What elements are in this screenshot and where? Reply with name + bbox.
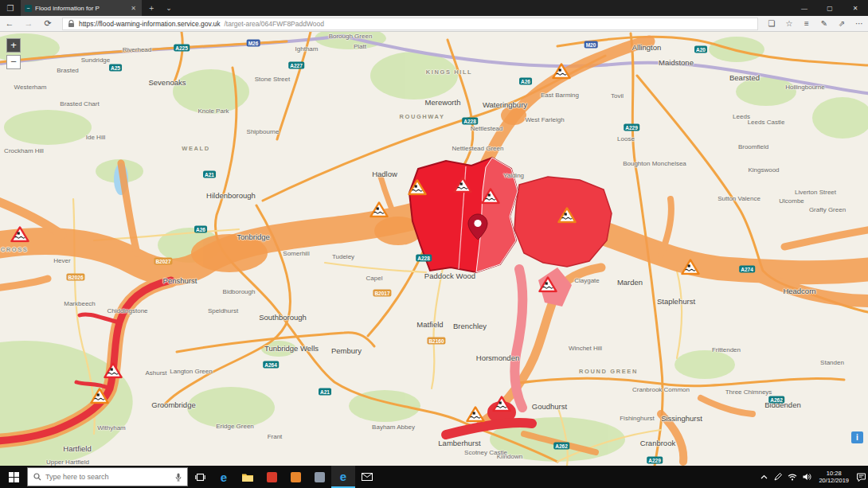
window-maximize-button[interactable]: ▢ (817, 0, 843, 16)
tab-favicon-icon: ~ (25, 5, 32, 12)
microphone-icon[interactable] (175, 473, 182, 482)
navigation-bar: ← → ⟳ https://flood-warning-information.… (0, 16, 868, 32)
volume-icon[interactable] (800, 473, 814, 481)
clock-date: 20/12/2019 (819, 477, 849, 484)
pinned-app-orange-icon[interactable] (283, 466, 307, 488)
set-tabs-aside-icon[interactable]: ❐ (0, 0, 21, 16)
selected-area-marker-pin[interactable] (467, 213, 488, 240)
start-button[interactable] (0, 466, 27, 488)
map-attribution-button[interactable]: i (851, 431, 863, 443)
flood-warning-icon[interactable] (492, 395, 511, 412)
windows-logo-icon (9, 472, 19, 482)
tab-bar: ❐ ~ Flood information for P ✕ ＋ ⌄ — ▢ ✕ (0, 0, 868, 16)
taskbar-search-box[interactable] (27, 467, 188, 486)
zoom-out-button[interactable]: − (6, 55, 21, 69)
more-options-icon[interactable]: ⋯ (850, 19, 868, 28)
favorites-star-icon[interactable]: ☆ (780, 19, 798, 28)
task-view-button[interactable] (188, 466, 212, 488)
flood-alert-icon[interactable] (557, 206, 577, 223)
lock-icon (68, 20, 75, 28)
flood-alert-icon[interactable] (408, 178, 427, 195)
taskbar-clock[interactable]: 10:28 20/12/2019 (814, 470, 854, 485)
zoom-in-button[interactable]: + (6, 38, 21, 53)
window-close-button[interactable]: ✕ (843, 0, 868, 16)
flood-alert-icon[interactable] (369, 201, 389, 217)
mail-app-icon[interactable] (355, 466, 379, 488)
task-view-icon (195, 472, 205, 482)
flood-alert-icon[interactable] (90, 387, 109, 404)
search-input[interactable] (45, 473, 171, 481)
url-path: /target-area/064FWF8PaddWood (224, 20, 324, 28)
browser-tab[interactable]: ~ Flood information for P ✕ (21, 0, 142, 16)
network-icon[interactable] (785, 474, 800, 481)
reading-view-icon[interactable]: ❏ (763, 19, 780, 28)
show-hidden-icons-chevron[interactable] (757, 474, 771, 479)
flood-alert-icon[interactable] (681, 258, 700, 275)
flood-map[interactable]: SevenoaksMaidstoneTonbridgeTunbridge Wel… (0, 32, 868, 466)
search-icon (33, 473, 41, 481)
share-icon[interactable]: ⇗ (833, 19, 850, 28)
web-notes-icon[interactable]: ✎ (815, 19, 833, 28)
titlebar-drag-area (177, 0, 792, 16)
forward-button[interactable]: → (19, 16, 38, 31)
pinned-app-red-icon[interactable] (260, 466, 283, 488)
back-button[interactable]: ← (0, 16, 19, 31)
ink-workspace-icon[interactable] (771, 473, 785, 481)
flood-warning-icon[interactable] (453, 176, 472, 193)
new-tab-button[interactable]: ＋ (142, 0, 161, 16)
flood-warning-icon[interactable] (481, 187, 500, 204)
file-explorer-icon[interactable] (236, 466, 260, 488)
envelope-icon (362, 473, 373, 481)
flood-alert-icon[interactable] (552, 62, 571, 79)
map-canvas (0, 32, 868, 466)
url-host: https://flood-warning-information.servic… (79, 20, 220, 28)
tab-preview-chevron-icon[interactable]: ⌄ (161, 0, 177, 16)
windows-taskbar: e e (0, 466, 868, 488)
edge-active-window-icon[interactable]: e (331, 466, 355, 488)
map-zoom-controls: + − (6, 38, 21, 69)
address-bar[interactable]: https://flood-warning-information.servic… (62, 18, 758, 30)
taskbar-edge-icon[interactable]: e (212, 466, 236, 488)
flood-warning-icon[interactable] (104, 361, 123, 378)
flood-warning-icon[interactable] (10, 225, 29, 242)
flood-warning-icon[interactable] (538, 275, 557, 292)
tab-title: Flood information for P (35, 5, 126, 12)
pinned-app-grey-icon[interactable] (307, 466, 331, 488)
hub-icon[interactable]: ≡ (798, 19, 815, 28)
clock-time: 10:28 (819, 470, 849, 477)
tab-close-icon[interactable]: ✕ (129, 5, 138, 12)
window-minimize-button[interactable]: — (792, 0, 817, 16)
refresh-button[interactable]: ⟳ (38, 16, 57, 31)
action-center-icon[interactable] (854, 473, 868, 482)
edge-browser-window: ❐ ~ Flood information for P ✕ ＋ ⌄ — ▢ ✕ … (0, 0, 868, 488)
flood-alert-icon[interactable] (466, 405, 485, 422)
